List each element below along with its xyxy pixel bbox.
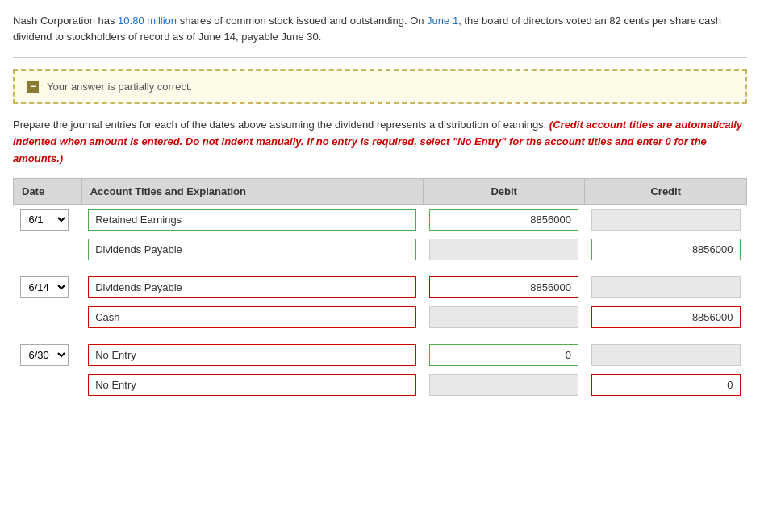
debit-cell <box>423 340 585 370</box>
debit-cell <box>423 370 585 400</box>
date-select[interactable]: 6/16/146/30 <box>20 344 69 366</box>
debit-cell <box>423 272 585 302</box>
row-spacer <box>14 264 747 272</box>
journal-table: Date Account Titles and Explanation Debi… <box>13 178 747 400</box>
credit-input[interactable] <box>591 306 741 328</box>
debit-input[interactable] <box>429 306 578 328</box>
account-cell <box>81 272 423 302</box>
date-cell: 6/16/146/30 <box>14 340 82 370</box>
account-input[interactable] <box>88 239 416 260</box>
row-spacer <box>14 332 747 340</box>
date-cell <box>14 235 82 264</box>
debit-input[interactable] <box>429 276 578 298</box>
table-row <box>14 370 747 400</box>
credit-cell <box>585 302 747 332</box>
credit-input[interactable] <box>591 209 741 231</box>
account-input[interactable] <box>88 374 416 396</box>
table-row <box>14 302 747 332</box>
table-header-row: Date Account Titles and Explanation Debi… <box>14 179 747 205</box>
account-cell <box>81 302 423 332</box>
section-divider <box>13 57 747 58</box>
date-cell: 6/16/146/30 <box>14 272 82 302</box>
account-cell <box>81 235 423 264</box>
date-select[interactable]: 6/16/146/30 <box>20 276 69 298</box>
intro-paragraph: Nash Corporation has 10.80 million share… <box>13 13 747 44</box>
credit-cell <box>585 340 747 370</box>
account-cell <box>81 340 423 370</box>
credit-cell <box>585 272 747 302</box>
debit-input[interactable] <box>429 344 578 366</box>
date-cell: 6/16/146/30 <box>14 205 82 235</box>
header-date: Date <box>14 179 82 205</box>
credit-input[interactable] <box>591 374 741 396</box>
credit-input[interactable] <box>591 276 741 298</box>
minus-icon: − <box>27 81 39 93</box>
credit-cell <box>585 205 747 235</box>
date-cell <box>14 302 82 332</box>
debit-input[interactable] <box>429 239 578 260</box>
header-account: Account Titles and Explanation <box>81 179 423 205</box>
date-select[interactable]: 6/16/146/30 <box>20 209 69 231</box>
account-input[interactable] <box>88 306 416 328</box>
table-row: 6/16/146/30 <box>14 340 747 370</box>
highlight-shares: 10.80 million <box>118 15 177 27</box>
account-cell <box>81 370 423 400</box>
debit-input[interactable] <box>429 209 578 231</box>
table-row: 6/16/146/30 <box>14 205 747 235</box>
debit-cell <box>423 205 585 235</box>
highlight-date: June 1 <box>427 15 458 27</box>
account-input[interactable] <box>88 344 416 366</box>
table-row: 6/16/146/30 <box>14 272 747 302</box>
debit-cell <box>423 235 585 264</box>
credit-input[interactable] <box>591 344 741 366</box>
credit-cell <box>585 235 747 264</box>
header-debit: Debit <box>423 179 585 205</box>
account-input[interactable] <box>88 209 416 231</box>
credit-cell <box>585 370 747 400</box>
credit-input[interactable] <box>591 239 741 260</box>
debit-cell <box>423 302 585 332</box>
debit-input[interactable] <box>429 374 578 396</box>
partial-correct-message: Your answer is partially correct. <box>47 81 192 93</box>
header-credit: Credit <box>585 179 747 205</box>
partial-correct-banner: − Your answer is partially correct. <box>13 69 747 104</box>
table-row <box>14 235 747 264</box>
date-cell <box>14 370 82 400</box>
account-cell <box>81 205 423 235</box>
account-input[interactable] <box>88 276 416 298</box>
instruction-paragraph: Prepare the journal entries for each of … <box>13 117 747 167</box>
